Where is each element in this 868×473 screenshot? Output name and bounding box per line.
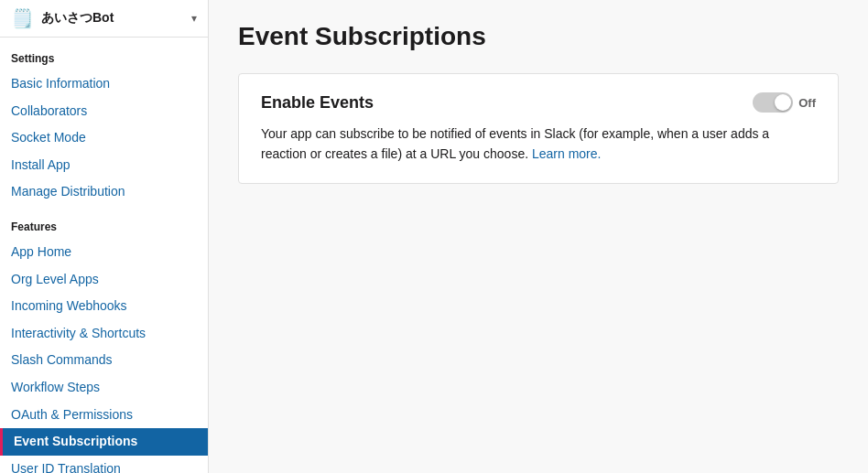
sidebar-item-interactivity-shortcuts[interactable]: Interactivity & Shortcuts [0, 320, 208, 348]
sidebar-item-socket-mode[interactable]: Socket Mode [0, 124, 208, 152]
app-selector[interactable]: 🗒️ あいさつBot ▾ [0, 0, 208, 38]
enable-events-card: Enable Events Off Your app can subscribe… [238, 73, 839, 184]
sidebar-item-user-id-translation[interactable]: User ID Translation [0, 456, 208, 473]
sidebar-item-slash-commands[interactable]: Slash Commands [0, 347, 208, 374]
sidebar-item-oauth-permissions[interactable]: OAuth & Permissions [0, 402, 208, 429]
sidebar-item-event-subscriptions[interactable]: Event Subscriptions [0, 428, 208, 456]
sidebar-item-basic-information[interactable]: Basic Information [0, 70, 208, 98]
sidebar-item-app-home[interactable]: App Home [0, 239, 208, 266]
settings-section-title: Settings [0, 38, 208, 70]
enable-events-toggle[interactable]: Off [753, 92, 816, 113]
sidebar-item-incoming-webhooks[interactable]: Incoming Webhooks [0, 293, 208, 320]
page-title: Event Subscriptions [238, 22, 839, 51]
chevron-down-icon: ▾ [191, 12, 197, 25]
card-header: Enable Events Off [261, 92, 816, 113]
app-name: あいさつBot [41, 10, 184, 27]
sidebar-item-workflow-steps[interactable]: Workflow Steps [0, 374, 208, 402]
learn-more-link[interactable]: Learn more. [532, 146, 601, 161]
sidebar: 🗒️ あいさつBot ▾ Settings Basic Information … [0, 0, 209, 473]
sidebar-item-collaborators[interactable]: Collaborators [0, 98, 208, 125]
toggle-thumb [775, 94, 791, 111]
app-icon: 🗒️ [11, 7, 34, 29]
sidebar-item-manage-distribution[interactable]: Manage Distribution [0, 178, 208, 206]
sidebar-item-org-level-apps[interactable]: Org Level Apps [0, 266, 208, 294]
card-title: Enable Events [261, 93, 374, 113]
toggle-label: Off [798, 96, 816, 110]
card-description: Your app can subscribe to be notified of… [261, 124, 816, 165]
features-section-title: Features [0, 206, 208, 239]
toggle-track [753, 92, 793, 113]
main-content: Event Subscriptions Enable Events Off Yo… [209, 0, 868, 473]
sidebar-item-install-app[interactable]: Install App [0, 152, 208, 179]
